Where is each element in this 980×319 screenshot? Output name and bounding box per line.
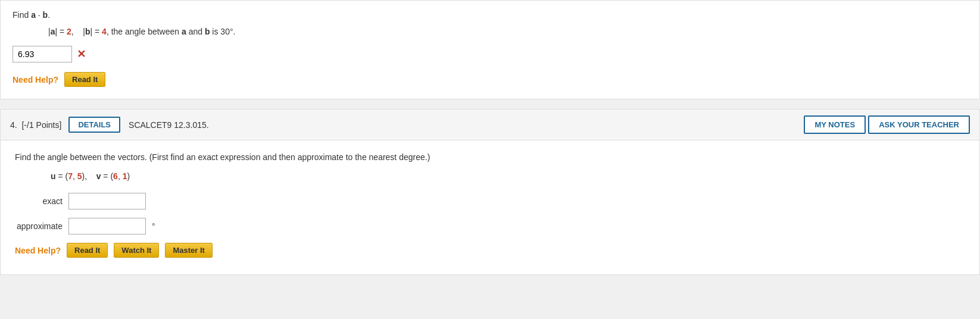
exact-input-group: exact — [15, 193, 965, 209]
ask-teacher-button[interactable]: ASK YOUR TEACHER — [868, 115, 970, 134]
exact-label: exact — [15, 196, 63, 206]
need-help-row-top: Need Help? Read It — [13, 72, 967, 87]
need-help-label-top: Need Help? — [13, 75, 58, 85]
my-notes-button[interactable]: MY NOTES — [804, 115, 866, 134]
u-val2: 5 — [77, 171, 82, 181]
problem4-description: Find the angle between the vectors. (Fir… — [15, 152, 965, 162]
problem4-section: 4. [-/1 Points] DETAILS SCALCET9 12.3.01… — [0, 109, 980, 275]
need-help-label-bottom: Need Help? — [15, 246, 61, 255]
exact-input[interactable] — [68, 193, 146, 209]
read-it-button[interactable]: Read It — [67, 243, 108, 258]
a-value: 2 — [67, 27, 71, 36]
answer-input-top[interactable] — [13, 46, 72, 62]
degree-symbol: ° — [152, 221, 155, 231]
page-wrapper: Find a · b. |a| = 2, |b| = 4, the angle … — [0, 0, 980, 275]
need-help-row-bottom: Need Help? Read It Watch It Master It — [15, 243, 965, 258]
details-button[interactable]: DETAILS — [68, 117, 120, 133]
vector-line: u = (7, 5), v = (6, 1) — [51, 171, 965, 181]
equation-line: |a| = 2, |b| = 4, the angle between a an… — [48, 27, 967, 36]
top-section: Find a · b. |a| = 2, |b| = 4, the angle … — [0, 0, 980, 99]
problem4-header: 4. [-/1 Points] DETAILS SCALCET9 12.3.01… — [1, 110, 979, 140]
b-value: 4 — [102, 27, 107, 36]
v-val1: 6 — [113, 171, 118, 181]
watch-it-button[interactable]: Watch It — [114, 243, 159, 258]
approximate-input[interactable] — [68, 218, 146, 234]
approximate-input-group: approximate ° — [15, 218, 965, 234]
read-it-button-top[interactable]: Read It — [64, 72, 105, 87]
problem4-code: SCALCET9 12.3.015. — [129, 120, 209, 130]
problem4-body: Find the angle between the vectors. (Fir… — [1, 140, 979, 274]
problem4-number: 4. [-/1 Points] — [10, 120, 61, 130]
approximate-label: approximate — [15, 221, 63, 231]
wrong-mark: ✕ — [77, 48, 86, 61]
master-it-button[interactable]: Master It — [165, 243, 212, 258]
answer-row: ✕ — [13, 46, 967, 62]
find-statement: Find a · b. — [13, 10, 967, 20]
header-right: MY NOTES ASK YOUR TEACHER — [804, 115, 970, 134]
u-val1: 7 — [68, 171, 73, 181]
v-val2: 1 — [123, 171, 127, 181]
